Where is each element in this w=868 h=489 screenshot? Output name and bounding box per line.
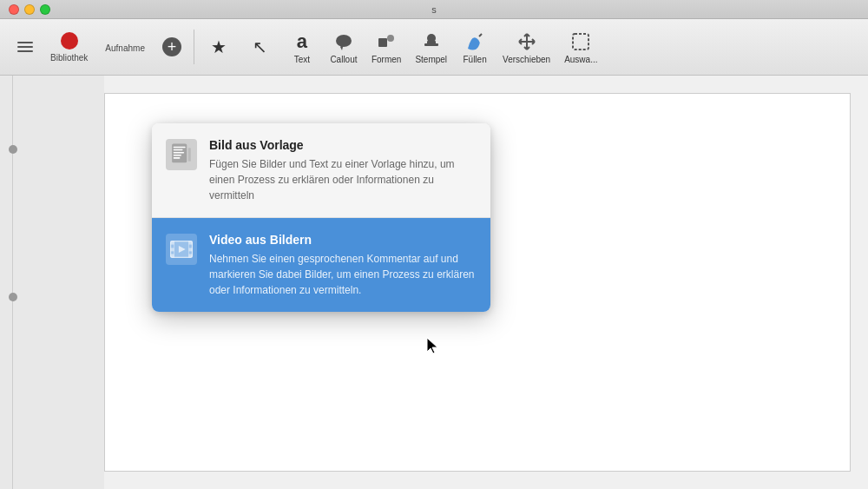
verschieben-tool-button[interactable]: Verschieben xyxy=(496,27,557,67)
stempel-icon xyxy=(421,30,442,54)
timeline-marker-2 xyxy=(9,293,17,301)
svg-rect-19 xyxy=(189,241,193,245)
bild-aus-vorlage-title: Bild aus Vorlage xyxy=(209,137,477,153)
back-button[interactable]: ↖ xyxy=(240,32,281,62)
video-aus-bildern-text: Video aus Bildern Nehmen Sie einen gespr… xyxy=(209,232,477,298)
timeline-marker-1 xyxy=(9,145,17,154)
timeline-line xyxy=(12,76,13,489)
video-aus-bildern-title: Video aus Bildern xyxy=(209,232,477,248)
plus-icon: + xyxy=(162,37,181,56)
svg-rect-10 xyxy=(174,149,183,151)
svg-rect-14 xyxy=(188,148,191,162)
stempel-tool-label: Stempel xyxy=(415,55,447,64)
svg-rect-13 xyxy=(174,157,181,159)
callout-icon xyxy=(333,30,354,54)
hamburger-icon xyxy=(17,42,33,52)
minimize-button[interactable] xyxy=(24,4,35,15)
svg-rect-18 xyxy=(171,254,174,258)
arrow-icon: ↖ xyxy=(253,35,267,59)
maximize-button[interactable] xyxy=(40,4,50,15)
svg-rect-21 xyxy=(189,254,193,258)
svg-rect-9 xyxy=(174,147,186,149)
bild-aus-vorlage-item[interactable]: Bild aus Vorlage Fügen Sie Bilder und Te… xyxy=(152,123,490,218)
text-icon: a xyxy=(297,30,307,54)
svg-rect-6 xyxy=(427,41,436,44)
toolbar-divider xyxy=(194,30,194,64)
star-icon: ★ xyxy=(211,35,227,59)
auswahl-tool-button[interactable]: Auswa... xyxy=(557,27,604,67)
svg-rect-16 xyxy=(171,241,174,245)
svg-rect-7 xyxy=(573,34,589,50)
svg-rect-20 xyxy=(189,248,193,252)
svg-point-0 xyxy=(336,35,352,47)
dropdown-menu: Bild aus Vorlage Fügen Sie Bilder und Te… xyxy=(152,123,490,312)
text-tool-label: Text xyxy=(294,55,310,64)
text-tool-button[interactable]: a Text xyxy=(281,27,323,67)
aufnahme-label: Aufnahme xyxy=(105,43,145,53)
callout-tool-button[interactable]: Callout xyxy=(323,27,365,67)
video-aus-bildern-icon xyxy=(166,234,197,265)
video-aus-bildern-item[interactable]: Video aus Bildern Nehmen Sie einen gespr… xyxy=(152,218,490,312)
fullen-tool-label: Füllen xyxy=(463,55,486,64)
bibliothek-label: Bibliothek xyxy=(50,53,88,63)
svg-rect-17 xyxy=(171,248,174,252)
svg-rect-2 xyxy=(378,38,387,47)
svg-rect-12 xyxy=(174,155,181,156)
svg-rect-11 xyxy=(174,152,184,154)
record-icon xyxy=(61,32,78,50)
tool-group: ★ ↖ a Text Callout xyxy=(198,27,605,67)
toolbar: Bibliothek Aufnahme + ★ ↖ a Text xyxy=(0,19,868,76)
formen-tool-button[interactable]: Formen xyxy=(365,27,408,67)
titlebar-buttons xyxy=(9,4,50,15)
bibliothek-button[interactable]: Bibliothek xyxy=(42,29,96,66)
video-aus-bildern-desc: Nehmen Sie einen gesprochenen Kommentar … xyxy=(209,251,477,298)
verschieben-icon xyxy=(516,30,537,54)
verschieben-tool-label: Verschieben xyxy=(503,55,550,64)
add-button[interactable]: + xyxy=(154,34,190,60)
titlebar-title: s xyxy=(431,4,437,15)
formen-icon xyxy=(376,30,397,54)
callout-tool-label: Callout xyxy=(330,55,357,64)
stempel-tool-button[interactable]: Stempel xyxy=(408,27,454,67)
bild-aus-vorlage-desc: Fügen Sie Bilder und Text zu einer Vorla… xyxy=(209,156,477,203)
timeline xyxy=(0,76,104,489)
aufnahme-button[interactable]: Aufnahme xyxy=(96,38,154,56)
hamburger-menu-button[interactable] xyxy=(9,38,42,56)
auswahl-tool-label: Auswa... xyxy=(564,55,597,64)
close-button[interactable] xyxy=(9,4,19,15)
formen-tool-label: Formen xyxy=(372,55,401,64)
toolbar-left: Bibliothek Aufnahme + xyxy=(9,29,198,66)
favorites-button[interactable]: ★ xyxy=(198,32,240,62)
main-content: Bild aus Vorlage Fügen Sie Bilder und Te… xyxy=(0,76,868,489)
fullen-tool-button[interactable]: Füllen xyxy=(454,27,496,67)
auswahl-icon xyxy=(570,30,591,54)
titlebar: s xyxy=(0,0,868,19)
cursor xyxy=(425,336,436,352)
bild-aus-vorlage-text: Bild aus Vorlage Fügen Sie Bilder und Te… xyxy=(209,137,477,203)
fullen-icon xyxy=(464,30,485,54)
svg-point-3 xyxy=(387,35,394,42)
bild-aus-vorlage-icon xyxy=(166,139,197,170)
